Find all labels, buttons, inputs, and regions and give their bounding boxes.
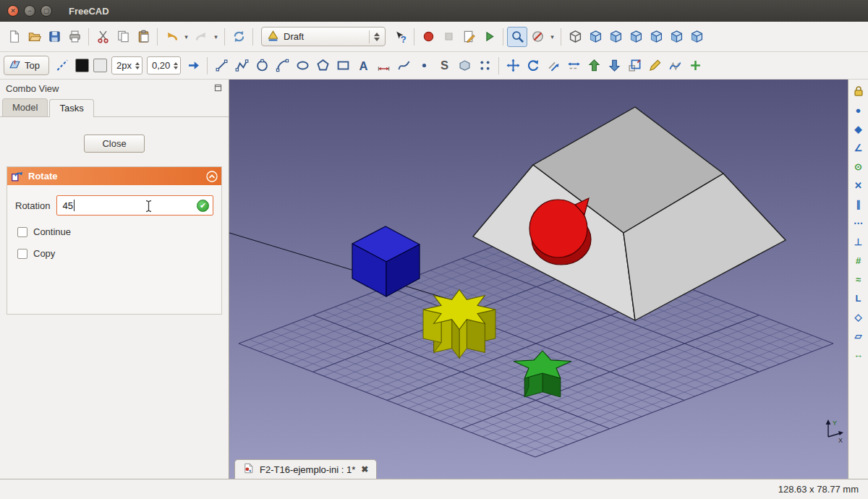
draft-trimex-button[interactable] [563, 56, 584, 76]
tab-close-icon[interactable]: ✖ [361, 464, 368, 474]
draft-edit-button[interactable] [644, 56, 665, 76]
whats-this-button[interactable]: ? [390, 27, 410, 47]
macro-edit-button[interactable] [459, 27, 479, 47]
face-color-swatch[interactable] [93, 59, 107, 72]
top-view-button[interactable] [626, 27, 646, 47]
draft-wire-button[interactable] [231, 56, 252, 76]
bottom-view-button[interactable] [686, 27, 707, 47]
save-button[interactable] [44, 27, 64, 47]
fit-all-button[interactable] [565, 27, 585, 47]
snap-ortho-icon[interactable]: L [851, 290, 867, 306]
draft-upgrade-button[interactable] [584, 56, 604, 76]
snap-grid-icon[interactable]: # [851, 252, 867, 268]
front-view-button[interactable] [605, 27, 626, 47]
snap-dimensions-icon[interactable]: ↔ [851, 346, 867, 362]
undo-button[interactable] [161, 27, 182, 47]
separator [88, 28, 89, 46]
draft-wire-to-bspline-button[interactable] [665, 56, 685, 76]
draft-text-button[interactable]: A [353, 56, 373, 76]
draft-point-button[interactable] [414, 56, 434, 76]
snap-perpendicular-icon[interactable]: ⊥ [851, 234, 867, 250]
window-maximize-button[interactable]: ▢ [41, 5, 52, 17]
snap-special-icon[interactable]: ◇ [851, 309, 867, 325]
collapse-icon[interactable] [206, 171, 218, 182]
refresh-button[interactable] [229, 27, 249, 47]
new-document-button[interactable] [4, 27, 24, 47]
snap-angle-icon[interactable]: ∠ [851, 140, 867, 155]
snap-extension-icon[interactable]: ⋯ [851, 215, 867, 231]
macro-stop-button[interactable] [438, 27, 459, 47]
close-task-button[interactable]: Close [84, 135, 145, 153]
undo-dropdown[interactable]: ▾ [182, 27, 191, 47]
redo-button[interactable] [191, 27, 211, 47]
window-close-button[interactable]: ✕ [7, 5, 19, 17]
draft-shapestring-button[interactable]: S [434, 56, 454, 76]
snap-intersection-icon[interactable]: ✕ [851, 177, 867, 193]
draft-bspline-button[interactable] [393, 56, 414, 76]
red-knob[interactable] [529, 198, 591, 265]
workbench-selector[interactable]: Draft [261, 27, 386, 46]
continue-checkbox[interactable]: Continue [17, 226, 213, 237]
rear-view-button[interactable] [666, 27, 686, 47]
right-view-button[interactable] [646, 27, 666, 47]
axis-x-label: X [838, 437, 843, 444]
cut-button[interactable] [93, 27, 113, 47]
open-document-button[interactable] [24, 27, 44, 47]
spinner-arrows-icon[interactable] [174, 62, 178, 69]
clipping-plane-button[interactable] [527, 27, 548, 47]
print-button[interactable] [64, 27, 85, 47]
macro-play-button[interactable] [479, 27, 499, 47]
draft-circle-button[interactable] [252, 56, 272, 76]
draft-rotate-button[interactable] [523, 56, 543, 76]
macro-record-button[interactable] [418, 27, 438, 47]
snap-midpoint-icon[interactable]: ◆ [851, 121, 867, 137]
copy-checkbox[interactable]: Copy [17, 248, 213, 259]
valid-check-icon: ✔ [197, 200, 209, 212]
checkbox-icon[interactable] [17, 249, 27, 259]
line-width-spinner[interactable]: 2px [111, 56, 142, 74]
draft-scale-button[interactable] [624, 56, 644, 76]
snap-lock-icon[interactable] [851, 83, 867, 99]
rotation-input[interactable]: 45 ✔ [56, 195, 213, 216]
apply-style-button[interactable] [183, 56, 203, 76]
construction-mode-button[interactable] [53, 56, 73, 76]
snap-center-icon[interactable]: ⊙ [851, 158, 867, 174]
spinner-arrows-icon[interactable] [135, 62, 140, 69]
checkbox-icon[interactable] [17, 227, 27, 237]
axis-y-label: Y [833, 419, 837, 427]
scale-value: 0,20 [152, 60, 170, 71]
copy-button[interactable] [113, 27, 133, 47]
draft-downgrade-button[interactable] [604, 56, 624, 76]
document-tab[interactable]: F2-T16-ejemplo-ini : 1* ✖ [234, 459, 377, 479]
redo-dropdown[interactable]: ▾ [211, 27, 221, 47]
axonometric-view-button[interactable] [585, 27, 605, 47]
undock-icon[interactable] [213, 83, 223, 95]
draft-facebinder-button[interactable] [454, 56, 475, 76]
line-color-swatch[interactable] [75, 59, 89, 72]
snap-endpoint-icon[interactable]: ● [851, 102, 867, 118]
draft-add-point-button[interactable] [685, 56, 705, 76]
3d-viewport[interactable]: Y X F2-T16-ejemplo-ini : 1* ✖ [229, 80, 848, 479]
draft-rectangle-button[interactable] [333, 56, 353, 76]
working-plane-button[interactable]: Top [4, 56, 49, 75]
draft-dimension-button[interactable] [373, 56, 393, 76]
draft-arc-button[interactable] [272, 56, 292, 76]
tab-model[interactable]: Model [2, 98, 48, 116]
draft-polygon-button[interactable] [312, 56, 333, 76]
snap-parallel-icon[interactable]: ∥ [851, 196, 867, 212]
clipping-dropdown[interactable]: ▾ [548, 27, 557, 47]
snap-near-icon[interactable]: ≈ [851, 271, 867, 287]
draft-point-array-button[interactable] [475, 56, 495, 76]
3d-scene[interactable]: Y X [229, 80, 848, 479]
draft-ellipse-button[interactable] [292, 56, 312, 76]
tab-tasks[interactable]: Tasks [49, 99, 93, 117]
scale-spinner[interactable]: 0,20 [147, 56, 181, 74]
zoom-box-selection-button[interactable] [507, 27, 527, 47]
draft-line-button[interactable] [211, 56, 231, 76]
draft-offset-button[interactable] [543, 56, 563, 76]
paste-button[interactable] [133, 27, 153, 47]
rotate-task-header[interactable]: Rotate [7, 167, 221, 185]
draft-move-button[interactable] [503, 56, 523, 76]
window-minimize-button[interactable]: − [24, 5, 35, 17]
snap-working-plane-icon[interactable]: ▱ [851, 328, 867, 344]
